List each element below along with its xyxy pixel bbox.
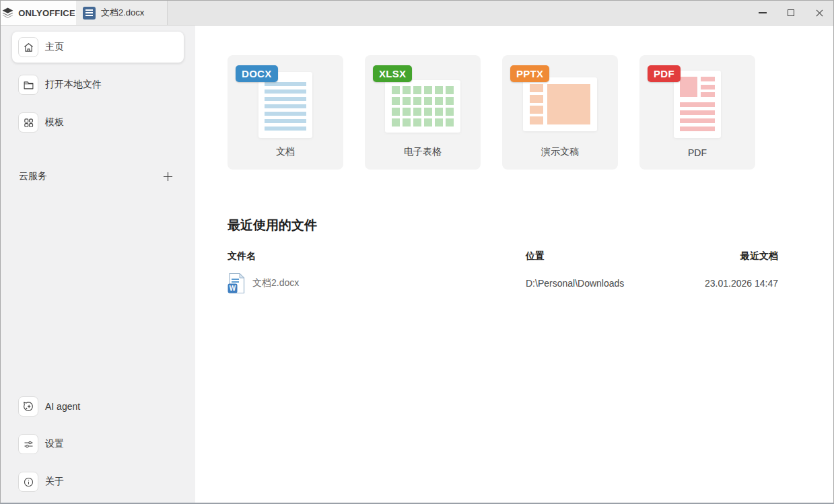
pptx-badge: PPTX [510,65,549,82]
window-controls [749,1,833,25]
maximize-icon [788,9,794,16]
close-icon [815,9,824,17]
close-button[interactable] [805,1,833,25]
sidebar-item-about[interactable]: 关于 [12,466,184,497]
templates-grid-icon [18,112,38,133]
document-tab-icon [83,7,96,20]
titlebar-drag-area[interactable] [168,1,749,25]
sidebar-item-ai-agent[interactable]: AI agent [12,391,184,422]
sidebar-item-templates[interactable]: 模板 [12,107,184,138]
sidebar-item-settings[interactable]: 设置 [12,429,184,460]
settings-sliders-icon [18,434,38,454]
xlsx-badge: XLSX [373,65,412,82]
cloud-services-section: 云服务 [12,161,184,192]
recent-file-location: D:\Personal\Downloads [526,278,657,289]
pdf-thumbnail-icon [674,71,721,138]
sidebar-item-label: 关于 [45,476,64,488]
app-logo[interactable]: ONLYOFFICE [1,1,76,25]
home-icon [18,37,38,57]
brand-text: ONLYOFFICE [18,8,75,18]
document-tab-label: 文档2.docx [101,7,144,19]
cloud-services-label: 云服务 [19,170,47,182]
column-header-recent-date: 最近文档 [657,250,778,262]
card-label: 演示文稿 [502,146,618,158]
presentation-thumbnail-icon [523,77,597,131]
sidebar-item-label: 打开本地文件 [45,79,102,91]
sidebar-item-label: 设置 [45,438,64,450]
sidebar-item-label: AI agent [45,401,80,412]
minimize-button[interactable] [749,1,777,25]
document-tab[interactable]: 文档2.docx [76,1,168,25]
main-content: DOCX 文档 XLSX 电子表格 PPTX 演示文稿 PDF [195,26,833,503]
recent-files-title: 最近使用的文件 [228,217,778,234]
app-window: ONLYOFFICE 文档2.docx 主页 [0,0,834,504]
spreadsheet-thumbnail-icon [385,80,460,133]
create-new-cards: DOCX 文档 XLSX 电子表格 PPTX 演示文稿 PDF [228,55,833,170]
sidebar-spacer [12,192,184,391]
plus-icon [163,172,173,182]
onlyoffice-layers-icon [1,7,14,20]
sidebar-item-label: 模板 [45,116,64,129]
titlebar: ONLYOFFICE 文档2.docx [1,1,833,26]
word-file-icon: W [228,273,246,294]
create-document-card[interactable]: DOCX 文档 [228,55,343,170]
create-presentation-card[interactable]: PPTX 演示文稿 [502,55,618,170]
card-label: 电子表格 [365,146,481,158]
recent-files-header: 文件名 位置 最近文档 [228,250,778,262]
card-label: PDF [639,147,755,158]
column-header-filename: 文件名 [228,250,526,262]
sidebar: 主页 打开本地文件 [1,26,195,503]
minimize-icon [759,12,767,13]
maximize-button[interactable] [777,1,805,25]
sidebar-item-label: 主页 [45,41,64,53]
pdf-badge: PDF [648,65,681,82]
svg-text:W: W [230,285,236,292]
folder-icon [18,75,38,95]
ai-agent-icon [18,396,38,417]
create-pdf-card[interactable]: PDF PDF [639,55,755,170]
recent-file-row[interactable]: W 文档2.docx D:\Personal\Downloads 23.01.2… [228,273,778,294]
recent-file-date: 23.01.2026 14:47 [657,278,778,289]
docx-badge: DOCX [236,65,278,82]
card-label: 文档 [228,146,343,158]
info-icon [18,472,38,492]
column-header-location: 位置 [526,250,657,262]
recent-file-name: 文档2.docx [252,277,299,289]
add-cloud-service-button[interactable] [162,170,174,182]
recent-files-section: 最近使用的文件 文件名 位置 最近文档 [228,217,778,294]
sidebar-item-open-local-file[interactable]: 打开本地文件 [12,69,184,100]
create-spreadsheet-card[interactable]: XLSX 电子表格 [365,55,481,170]
sidebar-item-home[interactable]: 主页 [12,32,184,63]
